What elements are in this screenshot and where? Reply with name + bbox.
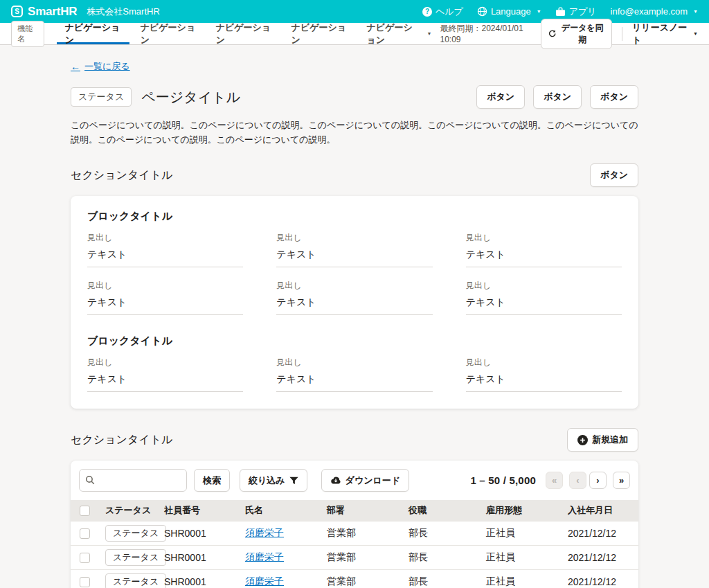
nav-tab-3[interactable]: ナビゲーション bbox=[208, 23, 280, 44]
select-all-checkbox[interactable] bbox=[80, 506, 90, 516]
back-to-list-link[interactable]: ← 一覧に戻る bbox=[71, 60, 130, 73]
employee-table: ステータス 社員番号 氏名 部署 役職 雇用形態 入社年月日 ステータス SHR… bbox=[71, 500, 638, 588]
field: 見出しテキスト bbox=[466, 280, 622, 315]
language-menu[interactable]: Language ▼ bbox=[477, 6, 541, 17]
nav-tab-label: ナビゲーション bbox=[141, 21, 197, 46]
field-label: 見出し bbox=[87, 357, 243, 368]
page-head: ステータス ページタイトル ボタン ボタン ボタン bbox=[71, 85, 638, 109]
nav-tab-5[interactable]: ナビゲーション▼ bbox=[359, 23, 440, 44]
field-label: 見出し bbox=[276, 357, 432, 368]
row-checkbox[interactable] bbox=[80, 577, 90, 587]
language-label: Language bbox=[491, 6, 531, 17]
table-row: ステータス SHR0001 須磨栄子 営業部 部長 正社員 2021/12/12 bbox=[71, 546, 638, 570]
apps-menu[interactable]: アプリ bbox=[555, 6, 597, 18]
download-button[interactable]: ダウンロード bbox=[321, 469, 410, 492]
pagination-last-button[interactable]: » bbox=[613, 472, 630, 489]
employee-name-link[interactable]: 須磨栄子 bbox=[245, 576, 284, 587]
refresh-icon bbox=[548, 29, 556, 38]
divider bbox=[622, 27, 622, 41]
page-action-button-3[interactable]: ボタン bbox=[590, 85, 638, 109]
search-icon bbox=[85, 475, 95, 485]
block-1: ブロックタイトル 見出しテキスト 見出しテキスト 見出しテキスト 見出しテキスト… bbox=[87, 210, 622, 315]
smarthr-logo-icon: S bbox=[11, 6, 23, 17]
employee-name-link[interactable]: 須磨栄子 bbox=[245, 527, 284, 538]
section1-title: セクションタイトル bbox=[71, 168, 172, 183]
field-value: テキスト bbox=[466, 249, 622, 267]
field: 見出しテキスト bbox=[87, 357, 243, 392]
row-checkbox[interactable] bbox=[80, 553, 90, 563]
section1-action-button[interactable]: ボタン bbox=[590, 163, 638, 187]
page-action-button-1[interactable]: ボタン bbox=[476, 85, 525, 109]
page-status-badge: ステータス bbox=[71, 87, 132, 107]
employment-type-cell: 正社員 bbox=[476, 570, 558, 588]
search-input[interactable] bbox=[79, 469, 187, 492]
field-value: テキスト bbox=[466, 373, 622, 392]
field-label: 見出し bbox=[276, 232, 432, 244]
field-label: 見出し bbox=[87, 280, 243, 292]
block1-title: ブロックタイトル bbox=[87, 210, 622, 223]
pagination-next-button[interactable]: › bbox=[589, 472, 607, 489]
field-value: テキスト bbox=[276, 249, 432, 267]
hire-date-cell: 2021/12/12 bbox=[558, 546, 638, 570]
brand-name: SmartHR bbox=[28, 5, 77, 19]
help-menu[interactable]: ? ヘルプ bbox=[422, 6, 463, 18]
nav-tab-label: ナビゲーション bbox=[65, 21, 121, 46]
employment-type-cell: 正社員 bbox=[476, 546, 558, 570]
field: 見出しテキスト bbox=[276, 280, 432, 315]
position-cell: 部長 bbox=[399, 546, 476, 570]
nav-tab-4[interactable]: ナビゲーション bbox=[283, 23, 356, 44]
field-value: テキスト bbox=[276, 373, 432, 392]
page-action-button-2[interactable]: ボタン bbox=[533, 85, 582, 109]
section2-title: セクションタイトル bbox=[71, 433, 172, 447]
employee-id-cell: SHR0001 bbox=[154, 570, 235, 588]
main-content: ← 一覧に戻る ステータス ページタイトル ボタン ボタン ボタン このページに… bbox=[71, 45, 638, 588]
field-value: テキスト bbox=[87, 296, 243, 315]
status-badge: ステータス bbox=[105, 573, 166, 588]
cloud-download-icon bbox=[330, 476, 341, 485]
pagination-first-button[interactable]: « bbox=[546, 472, 563, 489]
block-2: ブロックタイトル 見出しテキスト 見出しテキスト 見出しテキスト bbox=[87, 335, 622, 392]
position-cell: 部長 bbox=[399, 570, 476, 588]
department-cell: 営業部 bbox=[317, 522, 399, 546]
nav-tab-1[interactable]: ナビゲーション bbox=[57, 23, 129, 44]
plus-circle-icon bbox=[577, 435, 588, 445]
column-header-name: 氏名 bbox=[235, 500, 317, 522]
department-cell: 営業部 bbox=[317, 546, 399, 570]
position-cell: 部長 bbox=[399, 522, 476, 546]
field: 見出しテキスト bbox=[466, 357, 622, 392]
pagination: 1 – 50 / 5,000 « ‹ › » bbox=[470, 472, 630, 489]
left-arrow-icon: ← bbox=[71, 61, 80, 72]
add-new-button[interactable]: 新規追加 bbox=[567, 428, 638, 452]
funnel-icon bbox=[289, 476, 298, 485]
employment-type-cell: 正社員 bbox=[476, 522, 558, 546]
sync-data-label: データを同期 bbox=[560, 22, 604, 46]
column-header-employee-id: 社員番号 bbox=[154, 500, 235, 522]
hire-date-cell: 2021/12/12 bbox=[558, 570, 638, 588]
pagination-prev-button[interactable]: ‹ bbox=[569, 472, 586, 489]
employee-name-link[interactable]: 須磨栄子 bbox=[245, 551, 284, 562]
section2-head: セクションタイトル 新規追加 bbox=[71, 428, 638, 452]
chevron-down-icon: ▼ bbox=[693, 31, 698, 36]
back-link-label: 一覧に戻る bbox=[84, 60, 130, 73]
filter-label: 絞り込み bbox=[249, 474, 285, 487]
brand-logo[interactable]: S SmartHR bbox=[11, 5, 77, 19]
column-header-hire-date: 入社年月日 bbox=[558, 500, 638, 522]
account-menu[interactable]: info@example.com ▼ bbox=[611, 6, 698, 17]
row-checkbox[interactable] bbox=[80, 528, 90, 539]
nav-tab-label: ナビゲーション bbox=[216, 21, 272, 46]
release-notes-menu[interactable]: リリースノート ▼ bbox=[632, 21, 698, 46]
field-label: 見出し bbox=[466, 232, 622, 244]
pagination-range: 1 – 50 / 5,000 bbox=[470, 474, 536, 486]
search-button[interactable]: 検索 bbox=[194, 469, 230, 492]
page-header-buttons: ボタン ボタン ボタン bbox=[476, 85, 638, 109]
download-label: ダウンロード bbox=[345, 474, 401, 487]
add-new-label: 新規追加 bbox=[592, 434, 628, 446]
filter-button[interactable]: 絞り込み bbox=[240, 469, 307, 492]
section1-head: セクションタイトル ボタン bbox=[71, 163, 638, 187]
nav-tabs: ナビゲーション ナビゲーション ナビゲーション ナビゲーション ナビゲーション▼ bbox=[57, 23, 440, 44]
employee-id-cell: SHR0001 bbox=[154, 546, 235, 570]
page-title: ページタイトル bbox=[141, 88, 240, 107]
sync-data-button[interactable]: データを同期 bbox=[541, 19, 612, 49]
nav-tab-2[interactable]: ナビゲーション bbox=[132, 23, 205, 44]
column-header-status: ステータス bbox=[96, 500, 154, 522]
